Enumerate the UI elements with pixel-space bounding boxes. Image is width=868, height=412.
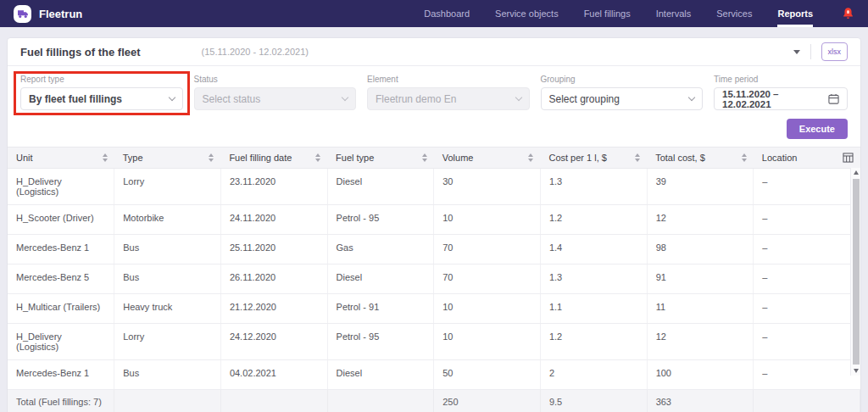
column-label: Fuel type (336, 153, 374, 163)
cell-location: – (754, 205, 860, 235)
report-type-value: By fleet fuel fillings (29, 93, 122, 105)
sort-icon[interactable] (103, 153, 108, 162)
scroll-up-icon[interactable] (854, 170, 859, 175)
column-header-volume[interactable]: Volume (434, 148, 541, 169)
nav-item-intervals[interactable]: Intervals (656, 0, 692, 27)
export-xlsx-button[interactable]: xlsx (821, 42, 849, 61)
sort-icon[interactable] (635, 153, 640, 162)
cell-cost_per_l: 1.3 (540, 169, 647, 205)
collapse-chevron-icon[interactable] (793, 50, 800, 54)
cell-fuel_filling_date: 24.11.2020 (220, 205, 327, 235)
vertical-scrollbar[interactable] (850, 168, 860, 376)
sort-icon[interactable] (422, 153, 427, 162)
column-header-fuel_filling_date[interactable]: Fuel filling date (220, 148, 327, 169)
cell-unit: Mercedes-Benz 1 (8, 235, 114, 264)
sort-icon[interactable] (315, 153, 320, 162)
cell-fuel_type: Diesel (327, 264, 434, 294)
total-cell-cost_per_l: 9.5 (540, 390, 647, 412)
cell-unit: H_Scooter (Driver) (8, 205, 114, 235)
report-card: Fuel fillings of the fleet (15.11.2020 -… (7, 37, 861, 412)
divider (810, 44, 811, 59)
cell-cost_per_l: 2 (540, 360, 647, 390)
nav-item-service-objects[interactable]: Service objects (495, 0, 559, 27)
cell-total_cost: 12 (647, 324, 754, 360)
cell-cost_per_l: 1.4 (540, 235, 647, 264)
cell-fuel_type: Petrol - 95 (327, 205, 434, 235)
column-header-fuel_type[interactable]: Fuel type (327, 148, 434, 169)
cell-total_cost: 39 (647, 169, 754, 205)
fleetrun-logo-icon (14, 5, 31, 23)
notifications-bell-icon[interactable] (842, 7, 854, 20)
cell-volume: 70 (434, 264, 541, 294)
cell-fuel_filling_date: 21.12.2020 (220, 294, 327, 324)
execute-row: Execute (8, 110, 860, 147)
cell-volume: 30 (434, 169, 541, 205)
time-period-input[interactable]: 15.11.2020 – 12.02.2021 (714, 87, 848, 110)
filter-time-period: Time period 15.11.2020 – 12.02.2021 (714, 75, 848, 110)
execute-button[interactable]: Execute (787, 119, 848, 139)
table-row[interactable]: H_Scooter (Driver)Motorbike24.11.2020Pet… (8, 205, 860, 235)
sort-icon[interactable] (528, 153, 533, 162)
filter-label: Element (367, 75, 530, 84)
chevron-down-icon (515, 94, 521, 101)
filter-label: Report type (20, 75, 183, 84)
table-row[interactable]: H_Delivery (Logistics)Lorry23.11.2020Die… (8, 169, 860, 205)
cell-location: – (754, 324, 860, 360)
cell-fuel_filling_date: 23.11.2020 (220, 169, 327, 205)
total-cell-fuel_filling_date (220, 390, 327, 412)
cell-volume: 50 (434, 360, 541, 390)
table-columns-icon[interactable] (843, 153, 854, 163)
brand-name: Fleetrun (39, 8, 82, 20)
column-header-type[interactable]: Type (114, 148, 221, 169)
filters-bar: Report type By fleet fuel fillings Statu… (8, 66, 860, 110)
column-header-unit[interactable]: Unit (8, 148, 114, 169)
column-header-cost_per_l[interactable]: Cost per 1 l, $ (540, 148, 647, 169)
calendar-icon[interactable] (828, 93, 839, 104)
nav-item-services[interactable]: Services (716, 0, 752, 27)
element-select: Fleetrun demo En (367, 87, 530, 110)
cell-type: Heavy truck (114, 294, 221, 324)
sort-icon[interactable] (209, 153, 214, 162)
cell-type: Bus (114, 264, 221, 294)
cell-fuel_filling_date: 04.02.2021 (220, 360, 327, 390)
cell-type: Motorbike (114, 205, 221, 235)
fuel-fillings-table: UnitTypeFuel filling dateFuel typeVolume… (8, 147, 860, 412)
nav-item-dashboard[interactable]: Dashboard (424, 0, 470, 27)
table-total-row: Total (Fuel fillings: 7)2509.5363 (8, 390, 860, 412)
table-row[interactable]: Mercedes-Benz 5Bus26.11.2020Diesel701.39… (8, 264, 860, 294)
brand: Fleetrun (14, 5, 82, 23)
cell-unit: Mercedes-Benz 5 (8, 264, 114, 294)
table-row[interactable]: H_Delivery (Logistics)Lorry24.12.2020Pet… (8, 324, 860, 360)
scroll-down-icon[interactable] (854, 369, 859, 373)
total-cell-type (114, 390, 221, 412)
column-label: Type (123, 153, 143, 163)
grouping-select[interactable]: Select grouping (541, 87, 704, 110)
nav-item-fuel-fillings[interactable]: Fuel fillings (584, 0, 631, 27)
column-header-total_cost[interactable]: Total cost, $ (647, 148, 754, 169)
chevron-down-icon (342, 94, 348, 101)
page-title: Fuel fillings of the fleet (20, 46, 141, 58)
cell-total_cost: 91 (647, 264, 754, 294)
table-row[interactable]: Mercedes-Benz 1Bus04.02.2021Diesel502100… (8, 360, 860, 390)
column-label: Volume (442, 153, 474, 163)
table-header-row: UnitTypeFuel filling dateFuel typeVolume… (8, 148, 860, 169)
total-cell-unit: Total (Fuel fillings: 7) (8, 390, 114, 412)
cell-type: Bus (114, 235, 221, 264)
cell-location: – (754, 294, 860, 324)
filter-element: Element Fleetrun demo En (367, 75, 530, 110)
cell-volume: 10 (434, 294, 541, 324)
table-row[interactable]: H_Multicar (Trailers)Heavy truck21.12.20… (8, 294, 860, 324)
filter-grouping: Grouping Select grouping (541, 75, 704, 110)
cell-unit: H_Multicar (Trailers) (8, 294, 114, 324)
sort-icon[interactable] (742, 153, 747, 162)
nav-item-reports[interactable]: Reports (777, 0, 813, 27)
vertical-scroll-thumb[interactable] (853, 179, 860, 365)
cell-unit: H_Delivery (Logistics) (8, 169, 114, 205)
table-row[interactable]: Mercedes-Benz 1Bus25.11.2020Gas701.498– (8, 235, 860, 264)
report-type-select[interactable]: By fleet fuel fillings (20, 87, 183, 110)
cell-fuel_type: Gas (327, 235, 434, 264)
cell-total_cost: 98 (647, 235, 754, 264)
status-placeholder: Select status (203, 93, 261, 105)
column-label: Total cost, $ (655, 153, 705, 163)
cell-volume: 70 (434, 235, 541, 264)
